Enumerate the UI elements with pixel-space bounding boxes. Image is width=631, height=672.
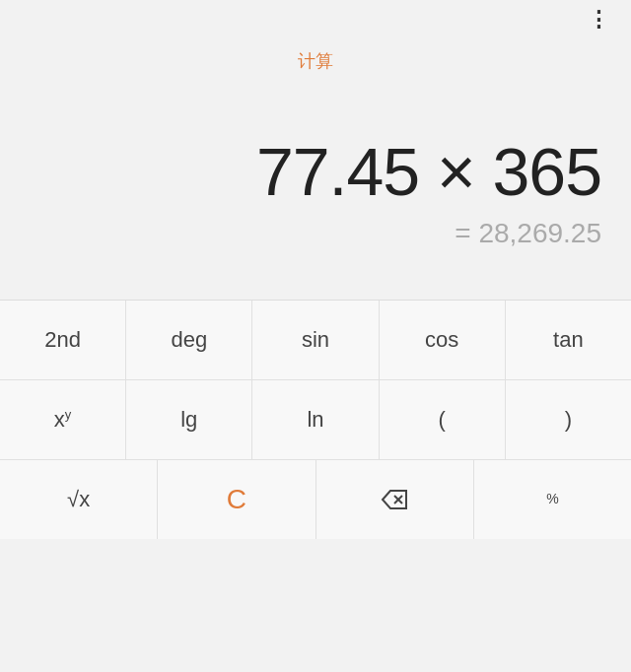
result-line: = 28,269.25 (455, 218, 601, 249)
key-2nd[interactable]: 2nd (0, 301, 126, 379)
key-open-paren[interactable]: ( (380, 380, 506, 459)
fraction-icon: % (546, 492, 558, 506)
key-row-2: xy lg ln ( ) (0, 380, 631, 460)
app-title: 计算 (298, 49, 333, 73)
key-row-1: 2nd deg sin cos tan (0, 301, 631, 380)
key-deg[interactable]: deg (126, 301, 252, 379)
key-ln[interactable]: ln (252, 380, 379, 459)
backspace-icon (381, 489, 408, 510)
key-sqrt[interactable]: √x (0, 460, 158, 539)
title-bar: 计算 (0, 39, 631, 83)
keypad: 2nd deg sin cos tan xy lg ln ( ) (0, 301, 631, 539)
more-icon[interactable]: ⋮ (588, 7, 611, 33)
key-percent[interactable]: % (474, 460, 631, 539)
key-cos[interactable]: cos (380, 301, 506, 379)
key-xy[interactable]: xy (0, 380, 126, 459)
key-clear[interactable]: C (158, 460, 316, 539)
main-expression: 77.45 × 365 (256, 133, 601, 210)
key-close-paren[interactable]: ) (506, 380, 631, 459)
key-lg[interactable]: lg (126, 380, 252, 459)
key-row-3: √x C % (0, 460, 631, 539)
key-sin[interactable]: sin (252, 301, 379, 379)
key-tan[interactable]: tan (506, 301, 631, 379)
status-bar: ⋮ (0, 0, 631, 39)
display-area: 77.45 × 365 = 28,269.25 (0, 83, 631, 300)
key-backspace[interactable] (316, 460, 474, 539)
